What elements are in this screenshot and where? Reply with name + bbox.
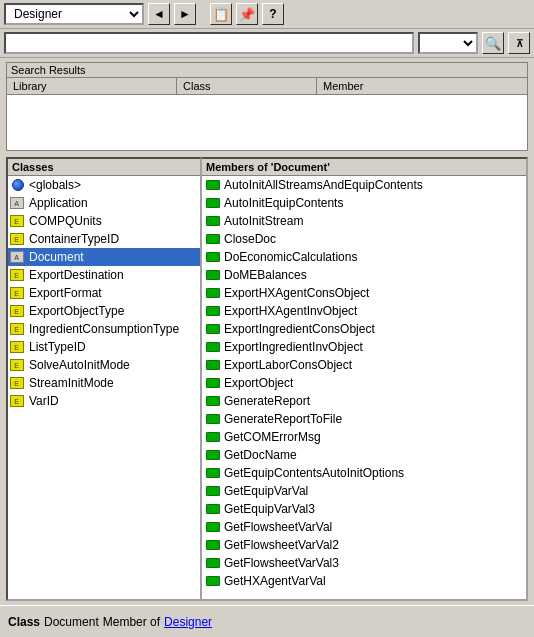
member-item[interactable]: GenerateReport [202, 392, 526, 410]
list-item[interactable]: A Application [8, 194, 200, 212]
method-icon [206, 504, 220, 514]
class-label: Application [29, 196, 88, 210]
member-item[interactable]: ExportLaborConsObject [202, 356, 526, 374]
paste-icon: 📌 [239, 7, 255, 22]
list-item[interactable]: E SolveAutoInitMode [8, 356, 200, 374]
member-item[interactable]: GetFlowsheetVarVal3 [202, 554, 526, 572]
enum-icon: E [10, 339, 26, 355]
enum-icon: E [10, 321, 26, 337]
member-label: GetCOMErrorMsg [224, 430, 321, 444]
member-item[interactable]: ExportHXAgentInvObject [202, 302, 526, 320]
toolbar-row1: Designer ◄ ► 📋 📌 ? [0, 0, 534, 29]
method-icon [206, 180, 220, 190]
member-label: GetEquipVarVal [224, 484, 308, 498]
member-item[interactable]: AutoInitEquipContents [202, 194, 526, 212]
member-label: GetFlowsheetVarVal [224, 520, 332, 534]
members-panel: Members of 'Document' AutoInitAllStreams… [202, 157, 528, 601]
method-icon [206, 234, 220, 244]
search-results-title: Search Results [7, 63, 527, 78]
help-button[interactable]: ? [262, 3, 284, 25]
class-label: ExportFormat [29, 286, 102, 300]
list-item[interactable]: E ExportFormat [8, 284, 200, 302]
class-label: COMPQUnits [29, 214, 102, 228]
list-item[interactable]: E VarID [8, 392, 200, 410]
status-member-label: Member of [103, 615, 160, 629]
class-icon: A [10, 195, 26, 211]
search-results-panel: Search Results Library Class Member [6, 62, 528, 151]
class-label: <globals> [29, 178, 81, 192]
class-label: VarID [29, 394, 59, 408]
list-item[interactable]: E ContainerTypeID [8, 230, 200, 248]
member-label: GetFlowsheetVarVal2 [224, 538, 339, 552]
enum-icon: E [10, 267, 26, 283]
copy-button[interactable]: 📋 [210, 3, 232, 25]
list-item-document[interactable]: A Document [8, 248, 200, 266]
member-label: ExportObject [224, 376, 293, 390]
member-item[interactable]: GetFlowsheetVarVal [202, 518, 526, 536]
enum-icon: E [10, 231, 26, 247]
member-item[interactable]: ExportHXAgentConsObject [202, 284, 526, 302]
member-item[interactable]: AutoInitStream [202, 212, 526, 230]
enum-icon: E [10, 357, 26, 373]
method-icon [206, 414, 220, 424]
scope-dropdown[interactable] [418, 32, 478, 54]
members-list: AutoInitAllStreamsAndEquipContentsAutoIn… [202, 176, 526, 599]
expand-button[interactable]: ⊼ [508, 32, 530, 54]
member-label: ExportIngredientConsObject [224, 322, 375, 336]
member-label: GenerateReportToFile [224, 412, 342, 426]
member-item[interactable]: GetHXAgentVarVal [202, 572, 526, 590]
paste-button[interactable]: 📌 [236, 3, 258, 25]
member-item[interactable]: GenerateReportToFile [202, 410, 526, 428]
binoculars-button[interactable]: 🔍 [482, 32, 504, 54]
member-label: AutoInitAllStreamsAndEquipContents [224, 178, 423, 192]
member-item[interactable]: DoEconomicCalculations [202, 248, 526, 266]
designer-dropdown[interactable]: Designer [4, 3, 144, 25]
member-item[interactable]: GetDocName [202, 446, 526, 464]
expand-icon: ⊼ [516, 38, 523, 49]
member-label: AutoInitEquipContents [224, 196, 343, 210]
enum-icon: E [10, 285, 26, 301]
list-item[interactable]: E ExportDestination [8, 266, 200, 284]
main-content-area: Classes <globals> A Application [6, 157, 528, 601]
list-item[interactable]: E ExportObjectType [8, 302, 200, 320]
status-class-name: Document [44, 615, 99, 629]
class-icon: A [10, 249, 26, 265]
method-icon [206, 486, 220, 496]
status-bar: Class Document Member of Designer [0, 605, 534, 637]
method-icon [206, 450, 220, 460]
member-label: GetFlowsheetVarVal3 [224, 556, 339, 570]
member-item[interactable]: DoMEBalances [202, 266, 526, 284]
member-item[interactable]: ExportIngredientConsObject [202, 320, 526, 338]
status-member-link[interactable]: Designer [164, 615, 212, 629]
list-item[interactable]: E ListTypeID [8, 338, 200, 356]
list-item[interactable]: <globals> [8, 176, 200, 194]
member-item[interactable]: AutoInitAllStreamsAndEquipContents [202, 176, 526, 194]
list-item[interactable]: E StreamInitMode [8, 374, 200, 392]
nav-back-button[interactable]: ◄ [148, 3, 170, 25]
member-item[interactable]: GetFlowsheetVarVal2 [202, 536, 526, 554]
member-item[interactable]: CloseDoc [202, 230, 526, 248]
member-item[interactable]: ExportIngredientInvObject [202, 338, 526, 356]
search-input[interactable] [4, 32, 414, 54]
member-item[interactable]: GetEquipVarVal [202, 482, 526, 500]
class-label: SolveAutoInitMode [29, 358, 130, 372]
method-icon [206, 378, 220, 388]
classes-list: <globals> A Application E COMPQUnits [8, 176, 200, 599]
search-results-body [7, 95, 527, 150]
member-item[interactable]: GetCOMErrorMsg [202, 428, 526, 446]
list-item[interactable]: E COMPQUnits [8, 212, 200, 230]
member-item[interactable]: GetEquipVarVal3 [202, 500, 526, 518]
list-item[interactable]: E IngredientConsumptionType [8, 320, 200, 338]
member-label: ExportHXAgentInvObject [224, 304, 357, 318]
member-item[interactable]: ExportObject [202, 374, 526, 392]
enum-icon: E [10, 303, 26, 319]
class-label: Document [29, 250, 84, 264]
method-icon [206, 360, 220, 370]
member-label: CloseDoc [224, 232, 276, 246]
method-icon [206, 576, 220, 586]
nav-forward-button[interactable]: ► [174, 3, 196, 25]
member-label: GenerateReport [224, 394, 310, 408]
method-icon [206, 540, 220, 550]
member-item[interactable]: GetEquipContentsAutoInitOptions [202, 464, 526, 482]
member-label: GetEquipContentsAutoInitOptions [224, 466, 404, 480]
